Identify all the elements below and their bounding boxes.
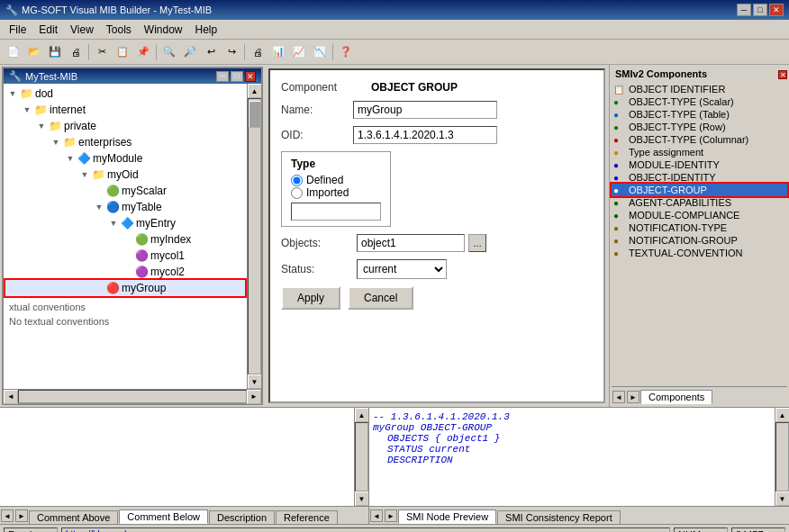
bottom-left-vscroll[interactable]: ▲ ▼ <box>354 408 368 506</box>
tab-comment-below[interactable]: Comment Below <box>119 509 208 524</box>
toolbar-btn4[interactable]: 🖨 <box>66 42 86 62</box>
comp-textual-convention[interactable]: ● TEXTUAL-CONVENTION <box>612 247 787 259</box>
br-sb-down[interactable]: ▼ <box>775 491 790 506</box>
tree-scrollbar[interactable]: ▲ ▼ <box>247 84 261 389</box>
tree-minimize-btn[interactable]: ─ <box>216 71 229 82</box>
comp-object-type-row[interactable]: ● OBJECT-TYPE (Row) <box>612 121 787 133</box>
comp-type-assignment[interactable]: ● Type assignment <box>612 146 787 158</box>
tree-node-mycol2[interactable]: 🟣 mycol2 <box>5 264 245 280</box>
find-button[interactable]: 🔍 <box>159 42 179 62</box>
toolbar-btn15[interactable]: 📉 <box>310 42 330 62</box>
tree-node-internet[interactable]: ▼ 📁 internet <box>5 102 245 118</box>
status-select[interactable]: current deprecated obsolete <box>357 259 447 279</box>
comp-object-type-columnar[interactable]: ● OBJECT-TYPE (Columnar) <box>612 133 787 146</box>
new-button[interactable]: 📄 <box>4 42 23 62</box>
tree-node-dod[interactable]: ▼ 📁 dod <box>5 86 245 102</box>
tab-smi-preview[interactable]: SMI Node Preview <box>398 509 496 524</box>
help-button[interactable]: ❓ <box>336 42 356 62</box>
right-panel-close[interactable]: ✕ <box>778 70 787 79</box>
sb-thumb[interactable] <box>249 101 261 128</box>
menu-view[interactable]: View <box>65 22 99 38</box>
objects-input[interactable] <box>357 234 465 252</box>
toolbar-btn11[interactable]: ↪ <box>222 42 241 62</box>
radio-defined[interactable] <box>291 175 303 186</box>
toolbar-btn13[interactable]: 📊 <box>268 42 288 62</box>
sb-right[interactable]: ► <box>247 390 261 404</box>
cut-button[interactable]: ✂ <box>92 42 112 62</box>
comp-object-type-table[interactable]: ● OBJECT-TYPE (Table) <box>612 108 787 121</box>
comp-module-identity[interactable]: ● MODULE-IDENTITY <box>612 158 787 171</box>
bottom-tab-prev[interactable]: ◄ <box>1 509 14 522</box>
tree-node-myentry[interactable]: ▼ 🔷 myEntry <box>5 215 245 231</box>
tree-hscrollbar[interactable]: ◄ ► <box>4 389 261 403</box>
tab-description[interactable]: Description <box>209 510 275 524</box>
sb-htrack[interactable] <box>18 390 247 403</box>
bottom-tab-next[interactable]: ► <box>15 509 28 522</box>
comp-notification-group[interactable]: ● NOTIFICATION-GROUP <box>612 234 787 247</box>
maximize-button[interactable]: □ <box>753 4 767 16</box>
tab-comment-above[interactable]: Comment Above <box>29 510 118 524</box>
expand-myentry[interactable]: ▼ <box>106 216 121 230</box>
tree-node-myscalar[interactable]: 🟢 myScalar <box>5 183 245 199</box>
expand-myoid[interactable]: ▼ <box>77 167 92 182</box>
bottom-right-vscroll[interactable]: ▲ ▼ <box>775 408 789 506</box>
bottom-right-tab-next[interactable]: ► <box>385 509 397 522</box>
expand-private[interactable]: ▼ <box>34 119 49 133</box>
components-tab[interactable]: Components <box>640 390 712 404</box>
expand-enterprises[interactable]: ▼ <box>49 135 63 149</box>
toolbar-btn9[interactable]: 🔎 <box>180 42 200 62</box>
menu-edit[interactable]: Edit <box>33 22 63 38</box>
bottom-right-tab-prev[interactable]: ◄ <box>370 509 383 522</box>
bl-sb-track[interactable] <box>355 422 368 491</box>
comp-agent-capabilities[interactable]: ● AGENT-CAPABILITIES <box>612 196 787 209</box>
br-sb-track[interactable] <box>775 422 789 491</box>
tree-node-mycol1[interactable]: 🟣 mycol1 <box>5 248 245 264</box>
comp-module-compliance[interactable]: ● MODULE-COMPLIANCE <box>612 209 787 221</box>
menu-file[interactable]: File <box>4 22 32 38</box>
copy-button[interactable]: 📋 <box>113 42 132 62</box>
comp-object-identifier[interactable]: 📋 OBJECT IDENTIFIER <box>612 83 787 95</box>
open-button[interactable]: 📂 <box>24 42 44 62</box>
tree-node-myoid[interactable]: ▼ 📁 myOid <box>5 167 245 183</box>
comp-object-identity[interactable]: ● OBJECT-IDENTITY <box>612 171 787 184</box>
browse-button[interactable]: … <box>468 234 486 252</box>
sb-up[interactable]: ▲ <box>248 84 262 98</box>
right-tab-next[interactable]: ► <box>627 391 639 403</box>
expand-internet[interactable]: ▼ <box>20 103 34 117</box>
expand-mytable[interactable]: ▼ <box>92 200 106 214</box>
sb-track[interactable] <box>248 98 261 374</box>
tab-smi-consistency[interactable]: SMI Consistency Report <box>497 510 621 524</box>
minimize-button[interactable]: ─ <box>737 4 751 16</box>
right-tab-prev[interactable]: ◄ <box>612 391 625 403</box>
toolbar-btn10[interactable]: ↩ <box>201 42 221 62</box>
tree-node-myindex[interactable]: 🟢 myIndex <box>5 231 245 248</box>
comp-object-type-scalar[interactable]: ● OBJECT-TYPE (Scalar) <box>612 95 787 108</box>
menu-window[interactable]: Window <box>139 22 188 38</box>
menu-tools[interactable]: Tools <box>101 22 137 38</box>
oid-input[interactable] <box>353 126 497 144</box>
expand-mymodule[interactable]: ▼ <box>63 151 77 166</box>
tab-reference[interactable]: Reference <box>276 510 338 524</box>
br-sb-up[interactable]: ▲ <box>775 408 790 422</box>
comp-object-group[interactable]: ● OBJECT-GROUP <box>612 184 787 196</box>
name-input[interactable] <box>353 101 497 119</box>
tree-node-enterprises[interactable]: ▼ 📁 enterprises <box>5 134 245 150</box>
toolbar-btn12[interactable]: 🖨 <box>248 42 268 62</box>
tree-node-mygroup[interactable]: 🔴 myGroup <box>5 280 245 296</box>
imported-input[interactable] <box>291 203 381 221</box>
tree-node-mymodule[interactable]: ▼ 🔷 myModule <box>5 150 245 167</box>
menu-help[interactable]: Help <box>190 22 223 38</box>
cancel-button[interactable]: Cancel <box>348 286 413 310</box>
bl-sb-down[interactable]: ▼ <box>355 491 369 506</box>
save-button[interactable]: 💾 <box>45 42 65 62</box>
comp-notification-type[interactable]: ● NOTIFICATION-TYPE <box>612 221 787 234</box>
toolbar-btn14[interactable]: 📈 <box>289 42 309 62</box>
tree-close-btn[interactable]: ✕ <box>245 71 256 82</box>
radio-imported[interactable] <box>291 187 303 199</box>
close-button[interactable]: ✕ <box>769 4 784 16</box>
sb-down[interactable]: ▼ <box>248 374 262 389</box>
sb-left[interactable]: ◄ <box>4 390 18 404</box>
tree-maximize-btn[interactable]: □ <box>231 71 243 82</box>
tree-node-mytable[interactable]: ▼ 🔵 myTable <box>5 199 245 215</box>
expand-dod[interactable]: ▼ <box>5 86 20 101</box>
